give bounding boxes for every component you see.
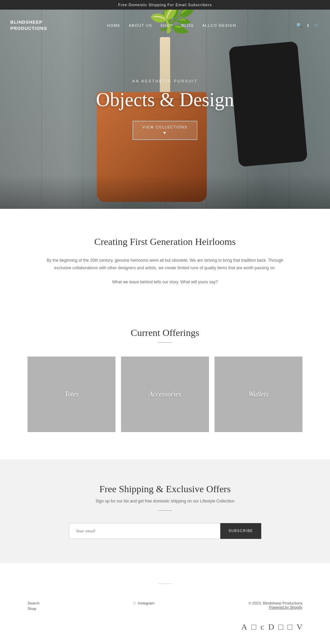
nav-link-about[interactable]: ABOUT US (129, 23, 152, 27)
main-nav: BLINDSHEEP PRODUCTIONS HOME ABOUT US SHO… (0, 19, 330, 32)
heirloom-title: Creating First Generation Heirlooms (41, 236, 289, 247)
payment-icon-discover: D (268, 622, 274, 632)
payment-icon-visa: V (297, 622, 302, 632)
newsletter-subtitle: Sign up for our list and get free domest… (69, 499, 261, 504)
footer-powered-by: Powered by Shopify (249, 605, 302, 609)
payment-icon-3: □ (278, 622, 284, 632)
offering-label-wallets: Wallets (249, 390, 268, 398)
shopify-link[interactable]: Powered by Shopify (269, 605, 302, 609)
view-collections-button[interactable]: VIEW COLLECTIONS ▼ (133, 121, 198, 140)
currency-icon: $ (307, 23, 309, 28)
payment-icon-1: □ (251, 622, 256, 632)
nav-links: HOME ABOUT US SHOP BLOG ALLCO DESIGN (107, 23, 236, 27)
footer-link-shop[interactable]: Shop (28, 607, 40, 611)
nav-link-blog[interactable]: BLOG (182, 23, 194, 27)
offering-label-totes: Totes (64, 390, 79, 398)
heirloom-body2: What we leave behind tells our story. Wh… (41, 279, 289, 286)
footer-copyright: © 2023, Blindsheep Productions (249, 601, 302, 605)
arm-silhouette (229, 41, 308, 167)
nav-link-allco[interactable]: ALLCO DESIGN (202, 23, 236, 27)
footer-right: © 2023, Blindsheep Productions Powered b… (249, 601, 302, 609)
hero-section: BLINDSHEEP PRODUCTIONS HOME ABOUT US SHO… (0, 10, 330, 209)
offering-card-wallets[interactable]: Wallets (214, 357, 302, 432)
offerings-grid: Totes Accessories Wallets (28, 357, 302, 432)
newsletter-title: Free Shipping & Exclusive Offers (69, 484, 261, 495)
instagram-label: Instagram (138, 601, 155, 605)
top-banner: Free Domestic Shipping For Email Subscri… (0, 0, 330, 10)
footer-left: Search Shop (28, 601, 40, 612)
footer-payment-icons: A □ c D □ □ V (0, 619, 330, 639)
cart-icon[interactable]: 🛒 (314, 23, 320, 29)
nav-icons: 🔍 $ 🛒 (296, 23, 320, 29)
arrow-icon: ▼ (163, 131, 167, 135)
hero-subtitle: AN AESTHETIC PURSUIT (96, 79, 234, 83)
heirloom-section: Creating First Generation Heirlooms By t… (0, 209, 330, 320)
offering-card-accessories[interactable]: Accessories (121, 357, 209, 432)
nav-link-home[interactable]: HOME (107, 23, 120, 27)
hero-title: Objects & Design (96, 89, 234, 111)
search-icon[interactable]: 🔍 (296, 23, 302, 29)
footer-spacer (0, 563, 330, 601)
footer-link-search[interactable]: Search (28, 601, 40, 605)
footer-center: □ Instagram (133, 601, 155, 605)
newsletter-form: SUBSCRIBE (69, 523, 261, 539)
email-input[interactable] (69, 523, 220, 539)
footer-social[interactable]: □ Instagram (133, 601, 155, 605)
subscribe-button[interactable]: SUBSCRIBE (220, 523, 261, 539)
payment-icon-amex: A (241, 622, 247, 632)
offerings-title: Current Offerings (28, 327, 302, 338)
footer-links: Search Shop □ Instagram © 2023, Blindshe… (0, 601, 330, 619)
offerings-section: Current Offerings Totes Accessories Wall… (0, 320, 330, 460)
newsletter-divider (158, 510, 172, 511)
hero-content: AN AESTHETIC PURSUIT Objects & Design VI… (96, 79, 234, 140)
banner-text: Free Domestic Shipping For Email Subscri… (118, 3, 212, 7)
site-logo: BLINDSHEEP PRODUCTIONS (10, 19, 47, 32)
footer-spacer-divider (158, 584, 172, 584)
heirloom-body1: By the beginning of the 20th century, ge… (41, 257, 289, 272)
offering-card-totes[interactable]: Totes (28, 357, 116, 432)
payment-icon-2: c (261, 622, 264, 632)
offering-label-accessories: Accessories (149, 390, 181, 398)
payment-icon-4: □ (287, 622, 293, 632)
offerings-divider (158, 342, 172, 343)
hero-gradient-bottom (0, 174, 330, 209)
nav-link-shop[interactable]: SHOP (161, 23, 173, 27)
newsletter-section: Free Shipping & Exclusive Offers Sign up… (0, 460, 330, 563)
instagram-icon: □ (133, 601, 136, 605)
